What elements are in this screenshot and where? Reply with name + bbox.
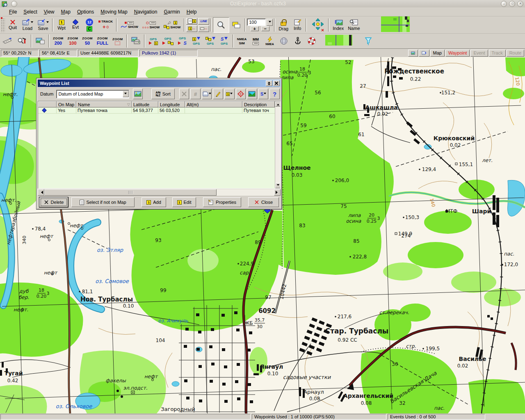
scrollbar-thumb[interactable]	[44, 189, 217, 196]
tab-route[interactable]: Route	[507, 50, 524, 57]
waypoint-range-button[interactable]: 1↔	[186, 25, 197, 32]
tab-map[interactable]: Map	[430, 50, 445, 57]
goto-waypoint-button[interactable]	[236, 89, 246, 99]
minimize-icon[interactable]: ⌄	[501, 1, 507, 7]
range-button[interactable]: ↔	[198, 25, 209, 32]
nmea-simulator-button[interactable]: NMEA SIM	[235, 34, 249, 48]
magnify-mode-button[interactable]	[213, 17, 229, 33]
edit-button[interactable]: 1 Edit	[172, 197, 196, 207]
menu-moving-map[interactable]: Moving Map	[97, 8, 130, 16]
zoom-in-button[interactable]: +	[251, 26, 259, 31]
table-vertical-scrollbar[interactable]	[275, 101, 280, 188]
properties-button[interactable]: Properties	[203, 197, 241, 207]
close-button[interactable]: Close	[248, 197, 279, 207]
track-control-button[interactable]: TRACK + o	[96, 17, 115, 33]
menu-help[interactable]: Help	[183, 8, 200, 16]
window-titlebar[interactable]: OziExplorer - bash.ozfx3 ⌄ ◇ ✕	[0, 0, 525, 7]
name-search-button[interactable]: Name	[346, 17, 362, 33]
gps-download-waypoints-button[interactable]: 1 GPS	[189, 34, 203, 48]
filter-button[interactable]	[361, 34, 375, 48]
close-icon[interactable]: ✕	[517, 1, 523, 7]
map-image-button[interactable]	[33, 34, 47, 48]
zoom-window-button[interactable]: ZOOM	[110, 34, 125, 48]
info-button[interactable]: Info	[290, 17, 304, 33]
load-button[interactable]: Load	[20, 17, 35, 33]
quit-button[interactable]: Quit	[6, 17, 20, 33]
write-text-button[interactable]	[213, 89, 223, 99]
maximize-icon[interactable]: ◇	[509, 1, 515, 7]
select-if-not-on-map-button[interactable]: Select if not on Map	[71, 197, 135, 207]
overview-strip-thumbnail[interactable]	[325, 35, 352, 46]
help-button[interactable]: ?	[269, 89, 280, 99]
gps-upload-routes-button[interactable]: GPS	[160, 34, 176, 48]
save-waypoints-button[interactable]	[202, 89, 212, 99]
gps-upload-waypoints-button[interactable]: GPS 1	[146, 34, 160, 48]
menu-options[interactable]: Options	[74, 8, 97, 16]
delete-all-button-disabled[interactable]	[179, 89, 189, 99]
pan-arrows-pad[interactable]	[308, 17, 327, 33]
nmea-button[interactable]: NMEA	[263, 34, 277, 48]
waypoint-table[interactable]: On Map Name▽ Latitude Longitude Alt(m) D…	[38, 101, 281, 189]
datum-select[interactable]: Datum of Loaded Map	[56, 90, 129, 98]
tab-event[interactable]: Event	[470, 50, 488, 57]
show-events-button[interactable]: O o o o SHOW	[140, 17, 162, 33]
globe-button[interactable]	[277, 34, 291, 48]
window-menu-button[interactable]	[11, 1, 17, 7]
menu-map[interactable]: Map	[58, 8, 74, 16]
zoom-dropdown-button[interactable]	[267, 19, 273, 26]
map-calibration-button[interactable]	[0, 34, 15, 48]
table-row[interactable]: Yes Путевая точка 54 59,377 56 03,520 Пу…	[38, 107, 280, 114]
overview-map-thumbnail[interactable]	[381, 16, 410, 32]
rollup-button[interactable]	[266, 80, 272, 86]
col-icon[interactable]	[38, 101, 57, 107]
zoom-200-button[interactable]: ZOOM 200	[51, 34, 66, 48]
drag-map-button[interactable]: Drag	[276, 17, 290, 33]
save-button[interactable]: Save	[35, 17, 51, 33]
menu-navigation[interactable]: Navigation	[131, 8, 161, 16]
scroll-left-button[interactable]	[38, 189, 44, 196]
gps-download-tracks-button[interactable]: S GPS	[217, 34, 231, 48]
waypoint-options-button[interactable]: 1	[224, 89, 235, 99]
zoom-out-button[interactable]: −	[261, 26, 269, 31]
dialog-close-button[interactable]	[273, 80, 280, 86]
menu-view[interactable]: View	[41, 8, 58, 16]
map-view-button[interactable]	[133, 89, 143, 99]
waypoint-list-button[interactable]: 1	[186, 18, 197, 25]
col-latitude[interactable]: Latitude	[132, 101, 158, 107]
col-description[interactable]: Description	[242, 101, 275, 107]
dialog-titlebar[interactable]: Waypoint List	[38, 80, 281, 87]
menu-select[interactable]: Select	[20, 8, 40, 16]
anchor-button[interactable]	[291, 34, 305, 48]
col-longitude[interactable]: Longitude	[158, 101, 185, 107]
col-name[interactable]: Name▽	[76, 101, 132, 107]
print-map-button[interactable]	[129, 34, 143, 48]
delete-button[interactable]: Delete	[39, 197, 68, 207]
col-on-map[interactable]: On Map	[57, 101, 76, 107]
help-lifebuoy-button[interactable]	[305, 34, 319, 48]
toolbar-grip[interactable]	[1, 18, 5, 32]
symbol-set-button[interactable]: S	[258, 89, 269, 99]
moving-map-button[interactable]: MM	[249, 34, 263, 48]
add-button[interactable]: 1 Add	[142, 197, 166, 207]
show-tracks-button[interactable]: SHOW	[119, 17, 140, 33]
zoom-full-button[interactable]: ZOOM FULL	[95, 34, 110, 48]
show-on-map-button[interactable]: I	[247, 89, 257, 99]
gps-download-routes-button[interactable]: GPS	[203, 34, 217, 48]
col-alt[interactable]: Alt(m)	[185, 101, 242, 107]
windows-button[interactable]	[229, 17, 243, 33]
table-horizontal-scrollbar[interactable]	[38, 189, 281, 196]
event-create-button[interactable]: Evt	[68, 17, 82, 33]
menu-file[interactable]: File	[6, 8, 20, 16]
show-waypoints-button[interactable]: 1 SHOW	[162, 17, 183, 33]
zoom-100-button[interactable]: ZOOM 100	[66, 34, 80, 48]
map-tools-button[interactable]	[15, 34, 30, 48]
map-feature-buttons[interactable]: 12 C	[82, 17, 96, 33]
map-image-tool-button[interactable]	[408, 50, 418, 57]
scroll-right-button[interactable]	[274, 189, 281, 196]
save-position-button[interactable]	[419, 50, 429, 57]
grid-button-disabled[interactable]: #	[190, 89, 201, 99]
waypoint-create-button[interactable]: 1 Wpt	[55, 17, 68, 33]
line-tool-button[interactable]: LINE	[198, 18, 209, 25]
index-map-button[interactable]: I Index	[331, 17, 346, 33]
menu-garmin[interactable]: Garmin	[160, 8, 183, 16]
